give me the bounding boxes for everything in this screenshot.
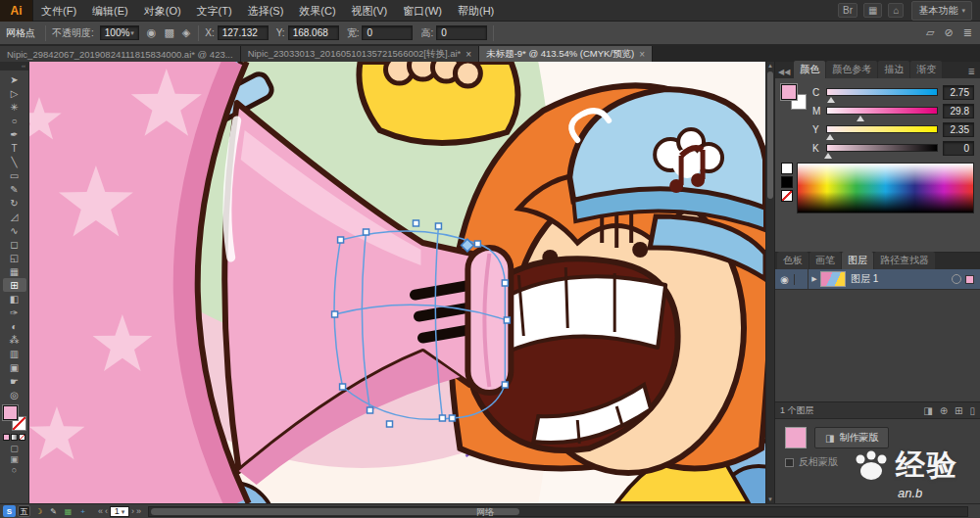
color-swatch-icon[interactable] bbox=[3, 434, 10, 441]
eyedropper-tool[interactable]: ✑ bbox=[3, 306, 26, 319]
scroll-down-icon[interactable]: ▼ bbox=[766, 496, 774, 502]
previous-artboard-icon[interactable]: ‹ bbox=[105, 506, 108, 516]
panel-tab[interactable]: 渐变 bbox=[910, 61, 942, 78]
draw-normal-icon[interactable]: ▢ bbox=[10, 444, 19, 453]
appearance-circle-icon[interactable]: ◉ bbox=[145, 26, 159, 39]
recolor-artwork-icon[interactable]: ▩ bbox=[162, 26, 175, 39]
slider-thumb[interactable] bbox=[827, 97, 835, 103]
panel-fill-stroke-widget[interactable] bbox=[781, 84, 807, 110]
lasso-tool[interactable]: ○ bbox=[3, 114, 26, 127]
close-icon[interactable]: × bbox=[639, 49, 645, 60]
opacity-field[interactable]: 100% ▾ bbox=[100, 25, 139, 40]
scroll-up-icon[interactable]: ▲ bbox=[766, 63, 774, 69]
pen-tool[interactable]: ✒ bbox=[3, 127, 26, 141]
arrange-documents-icon[interactable]: ▦ bbox=[863, 3, 882, 18]
artboard-tool[interactable]: ▣ bbox=[3, 360, 26, 374]
horizontal-scroll-thumb[interactable] bbox=[151, 508, 519, 515]
workspace-switcher[interactable]: 基本功能 ▾ bbox=[911, 1, 972, 21]
halfwidth-moon-icon[interactable]: ☽ bbox=[32, 505, 45, 517]
expand-arrow-icon[interactable]: ▶ bbox=[808, 275, 820, 283]
layer-thumbnail[interactable] bbox=[820, 271, 846, 287]
invert-mask-checkbox[interactable] bbox=[785, 458, 794, 467]
slider-thumb[interactable] bbox=[826, 134, 834, 140]
target-circle-icon[interactable] bbox=[952, 274, 961, 284]
menu-item[interactable]: 窗口(W) bbox=[395, 0, 450, 22]
blend-tool[interactable]: ◐ bbox=[3, 319, 26, 333]
free-transform-tool[interactable]: ◻ bbox=[3, 237, 26, 251]
menu-item[interactable]: 帮助(H) bbox=[450, 0, 502, 22]
dock-collapse-icon[interactable]: ◀◀ bbox=[777, 68, 793, 78]
next-artboard-icon[interactable]: › bbox=[131, 506, 134, 516]
panel-tab[interactable]: 图层 bbox=[842, 252, 873, 269]
pencil-tool[interactable]: ✎ bbox=[3, 182, 26, 196]
panel-tab[interactable]: 画笔 bbox=[809, 252, 841, 269]
vertical-scroll-thumb[interactable] bbox=[767, 71, 773, 199]
direct-selection-tool[interactable]: ▷ bbox=[3, 86, 26, 100]
menu-item[interactable]: 对象(O) bbox=[136, 0, 189, 22]
color-spectrum-ramp[interactable] bbox=[797, 163, 974, 213]
channel-value-field[interactable]: 29.8 bbox=[943, 104, 974, 118]
magic-wand-tool[interactable]: ✳ bbox=[3, 100, 26, 114]
channel-value-field[interactable]: 2.35 bbox=[943, 122, 974, 137]
selection-tool[interactable]: ➤ bbox=[3, 72, 26, 86]
rotate-tool[interactable]: ↻ bbox=[3, 196, 26, 210]
perspective-grid-tool[interactable]: ▦ bbox=[3, 264, 26, 278]
soft-keyboard-icon[interactable]: ▦ bbox=[62, 505, 74, 517]
document-tab[interactable]: 未标题-9* @ 413.54% (CMYK/预览) × bbox=[479, 46, 653, 62]
channel-slider[interactable] bbox=[826, 88, 938, 96]
menu-item[interactable]: 效果(C) bbox=[291, 0, 343, 22]
new-sublayer-icon[interactable]: ⊕ bbox=[940, 405, 948, 416]
draw-inside-icon[interactable]: ▣ bbox=[10, 454, 19, 464]
document-canvas[interactable] bbox=[29, 62, 765, 503]
panel-tab[interactable]: 路径查找器 bbox=[874, 252, 935, 269]
scale-tool[interactable]: ◿ bbox=[3, 210, 26, 223]
panel-tab[interactable]: 色板 bbox=[777, 252, 808, 269]
swatch-grid-icon[interactable]: ◈ bbox=[180, 26, 192, 39]
sogou-logo-icon[interactable]: S bbox=[3, 505, 16, 517]
close-icon[interactable]: × bbox=[466, 49, 471, 60]
slider-thumb[interactable] bbox=[824, 153, 832, 159]
artwork-canvas[interactable] bbox=[29, 62, 765, 503]
transform-panel-icon[interactable]: ▱ bbox=[924, 26, 936, 39]
delete-layer-icon[interactable]: ▯ bbox=[969, 405, 975, 416]
mesh-tool[interactable]: ⊞ bbox=[3, 278, 26, 292]
first-artboard-icon[interactable]: « bbox=[98, 506, 103, 516]
menu-item[interactable]: 文件(F) bbox=[33, 0, 84, 22]
vertical-scrollbar[interactable]: ▲ ▼ bbox=[765, 62, 774, 503]
lock-toggle[interactable] bbox=[795, 269, 808, 289]
channel-value-field[interactable]: 0 bbox=[943, 141, 974, 156]
column-graph-tool[interactable]: ▥ bbox=[3, 347, 26, 360]
width-tool[interactable]: ∿ bbox=[3, 223, 26, 237]
ime-toolbox-icon[interactable]: + bbox=[76, 505, 89, 517]
menu-item[interactable]: 选择(S) bbox=[240, 0, 292, 22]
white-swatch[interactable] bbox=[781, 163, 793, 174]
layer-row[interactable]: ◉ ▶ 图层 1 bbox=[775, 269, 980, 290]
fill-stroke-widget[interactable] bbox=[3, 405, 26, 431]
shape-builder-tool[interactable]: ◱ bbox=[3, 251, 26, 264]
zoom-tool[interactable]: ◎ bbox=[3, 388, 26, 401]
panel-tab[interactable]: 颜色 bbox=[794, 61, 825, 78]
selection-indicator[interactable] bbox=[965, 275, 974, 284]
black-swatch[interactable] bbox=[781, 176, 793, 188]
bridge-icon[interactable]: Br bbox=[838, 3, 858, 18]
wubi-mode-icon[interactable]: 五 bbox=[18, 505, 30, 517]
channel-slider[interactable] bbox=[826, 125, 938, 133]
gradient-swatch-icon[interactable] bbox=[11, 434, 18, 441]
last-artboard-icon[interactable]: » bbox=[136, 506, 141, 516]
horizontal-scrollbar[interactable]: 网络 bbox=[148, 506, 968, 517]
document-tab[interactable]: Nipic_29842067_20190824111815834000.ai* … bbox=[0, 46, 241, 62]
document-tab[interactable]: Nipic_23033013_20160510135721566002[转换].… bbox=[241, 46, 479, 62]
make-mask-button[interactable]: ◨ 制作蒙版 bbox=[814, 427, 889, 448]
menu-item[interactable]: 视图(V) bbox=[344, 0, 396, 22]
channel-slider[interactable] bbox=[826, 107, 938, 115]
toolbar-collapse-icon[interactable]: ‹‹ bbox=[0, 62, 28, 71]
type-tool[interactable]: T bbox=[3, 141, 26, 155]
panel-menu-icon[interactable]: ≣ bbox=[964, 67, 978, 78]
make-clipping-mask-icon[interactable]: ◨ bbox=[923, 405, 932, 416]
fill-color-swatch[interactable] bbox=[3, 405, 18, 420]
screen-mode-icon[interactable]: ○ bbox=[12, 465, 17, 475]
none-swatch-icon[interactable] bbox=[19, 434, 25, 441]
layer-name[interactable]: 图层 1 bbox=[846, 272, 952, 286]
artboard-number-field[interactable]: 1 ▾ bbox=[110, 506, 129, 517]
slider-thumb[interactable] bbox=[857, 116, 864, 121]
